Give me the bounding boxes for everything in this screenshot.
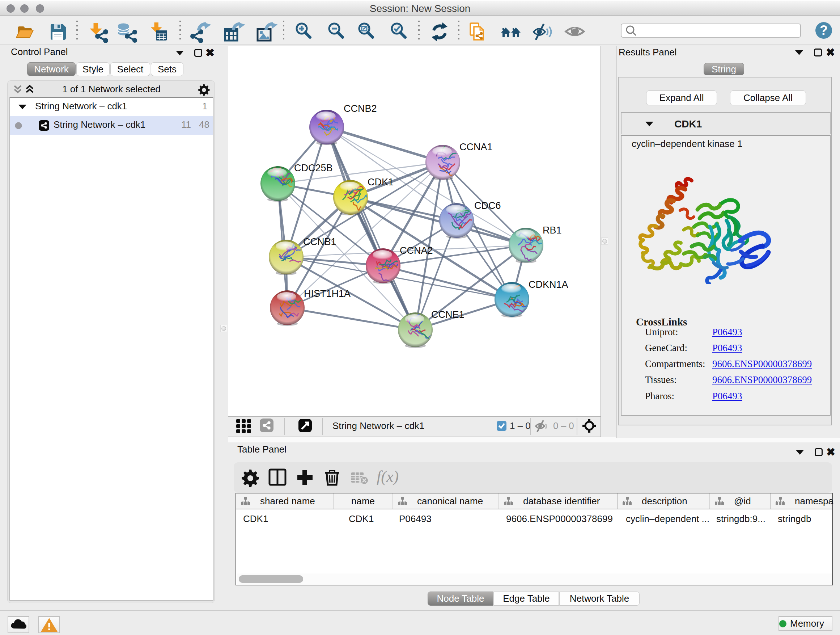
- svg-text:CCNB1: CCNB1: [303, 236, 336, 247]
- svg-text:1 of 1 Network selected: 1 of 1 Network selected: [62, 84, 161, 95]
- svg-text:CCNE1: CCNE1: [431, 309, 464, 320]
- svg-text:HIST1H1A: HIST1H1A: [304, 288, 351, 299]
- svg-text:RB1: RB1: [543, 225, 562, 236]
- svg-text:CCNA2: CCNA2: [400, 245, 433, 256]
- svg-text:f(x): f(x): [377, 468, 399, 486]
- svg-text:String Network – cdk1: String Network – cdk1: [332, 420, 424, 431]
- svg-text:?: ?: [820, 23, 828, 38]
- svg-text:CCNB2: CCNB2: [344, 103, 377, 114]
- svg-text:0 – 0: 0 – 0: [553, 420, 574, 431]
- svg-text:CDKN1A: CDKN1A: [529, 279, 568, 290]
- svg-text:CDC25B: CDC25B: [294, 163, 333, 173]
- svg-text:CDK1: CDK1: [368, 177, 393, 187]
- svg-text:1 – 0: 1 – 0: [510, 420, 531, 431]
- svg-text:CDC6: CDC6: [474, 200, 501, 211]
- svg-text:CCNA1: CCNA1: [459, 141, 493, 152]
